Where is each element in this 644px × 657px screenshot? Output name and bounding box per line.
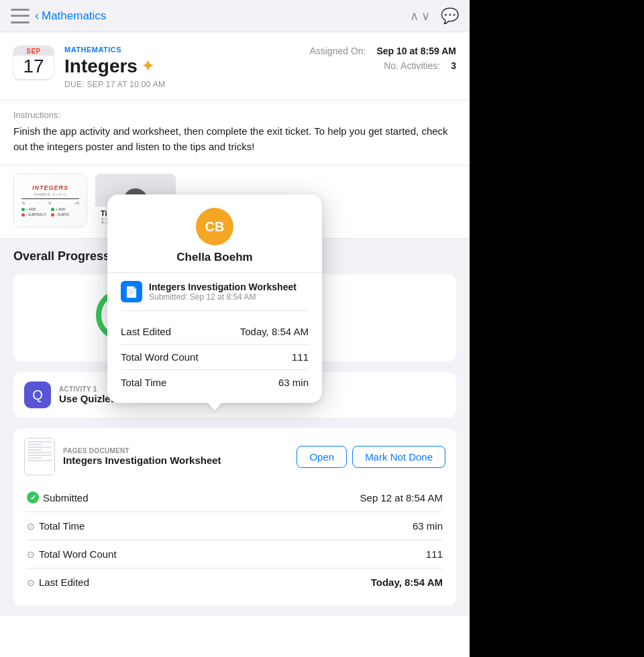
sparkle-icon: ✦ — [142, 58, 154, 75]
submission-details: ✓ Submitted Sep 12 at 8:54 AM ⊙ Total Ti… — [24, 483, 445, 596]
back-button[interactable]: ‹ Mathematics — [35, 9, 106, 23]
total-word-count-label: ⊙ Total Word Count — [27, 548, 117, 560]
popover-word-count-row: Total Word Count 111 — [121, 345, 309, 370]
assignment-title: Integers ✦ — [64, 56, 165, 77]
total-time-row: ⊙ Total Time 63 min — [27, 512, 443, 540]
popover-header: CB Chella Boehm — [107, 194, 322, 273]
last-edited-value: Today, 8:54 AM — [371, 577, 443, 588]
clock-icon: ⊙ — [27, 521, 35, 532]
popover-last-edited-label: Last Edited — [121, 326, 171, 337]
popover-word-count-label: Total Word Count — [121, 351, 199, 363]
doc-actions: Open Mark Not Done — [297, 446, 445, 468]
last-edited-label: ⊙ Last Edited — [27, 577, 89, 588]
open-button[interactable]: Open — [297, 446, 347, 468]
doc-type-tag: PAGES DOCUMENT — [63, 447, 288, 455]
nav-arrows: ∧ ∨ — [410, 9, 430, 23]
student-name: Chella Boehm — [176, 251, 252, 264]
doc-header: PAGES DOCUMENT Integers Investigation Wo… — [24, 438, 445, 475]
popover-doc-submitted: Submitted: Sep 12 at 8:54 AM — [149, 292, 297, 302]
mark-not-done-button[interactable]: Mark Not Done — [352, 446, 445, 468]
number-line — [21, 198, 79, 199]
doc-card: PAGES DOCUMENT Integers Investigation Wo… — [13, 428, 456, 605]
activity-icon: Q — [24, 381, 51, 408]
submitted-row: ✓ Submitted Sep 12 at 8:54 AM — [27, 483, 443, 512]
popover-word-count-value: 111 — [292, 351, 309, 363]
subject-tag: MATHEMATICS — [64, 46, 165, 54]
assigned-on-value: Sep 10 at 8:59 AM — [376, 46, 456, 56]
popover-total-time-value: 63 min — [278, 377, 309, 388]
last-edited-icon: ⊙ — [27, 577, 35, 588]
popover-doc-info: Integers Investigation Worksheet Submitt… — [149, 282, 297, 302]
word-count-icon: ⊙ — [27, 549, 35, 560]
submitted-check-icon: ✓ — [27, 491, 39, 503]
arrow-down-button[interactable]: ∨ — [421, 9, 430, 23]
comment-button[interactable]: 💬 — [441, 7, 459, 25]
assigned-on-label: Assigned On: — [309, 46, 366, 56]
total-word-count-value: 111 — [426, 548, 443, 560]
sidebar-toggle-button[interactable] — [11, 9, 30, 23]
back-label: Mathematics — [42, 9, 106, 23]
top-bar-right: ∧ ∨ 💬 — [410, 7, 459, 25]
popover-doc-name: Integers Investigation Worksheet — [149, 282, 297, 292]
instructions-label: Instructions: — [13, 110, 456, 120]
popover-total-time-row: Total Time 63 min — [121, 370, 309, 395]
integers-poster-thumb[interactable]: INTEGERS EXAMPLE: -3 + 4 = 1 -50+5 + ADD — [13, 174, 87, 227]
cal-month: SEP — [13, 46, 54, 56]
no-activities-label: No. Activities: — [384, 60, 440, 71]
no-activities-value: 3 — [451, 60, 456, 71]
assignment-left: SEP 17 MATHEMATICS Integers ✦ DUE: SEP 1… — [13, 46, 165, 89]
calendar-badge: SEP 17 — [13, 46, 54, 79]
student-detail-popover[interactable]: CB Chella Boehm 📄 Integers Investigation… — [107, 194, 322, 403]
submitted-date: Sep 12 at 8:54 AM — [360, 492, 443, 503]
doc-section: PAGES DOCUMENT Integers Investigation Wo… — [0, 428, 470, 616]
instructions-section: Instructions: Finish the app activity an… — [0, 101, 470, 166]
cal-day: 17 — [13, 56, 54, 79]
total-time-value: 63 min — [413, 520, 443, 532]
popover-last-edited-value: Today, 8:54 AM — [240, 326, 309, 337]
submitted-label: ✓ Submitted — [27, 491, 89, 503]
popover-doc-row: 📄 Integers Investigation Worksheet Submi… — [121, 281, 309, 311]
last-edited-row: ⊙ Last Edited Today, 8:54 AM — [27, 569, 443, 596]
meta-activities-row: No. Activities: 3 — [309, 60, 456, 71]
assignment-meta: Assigned On: Sep 10 at 8:59 AM No. Activ… — [309, 46, 456, 75]
top-bar-left: ‹ Mathematics — [11, 9, 410, 23]
student-avatar: CB — [196, 208, 233, 245]
instructions-text: Finish the app activity and worksheet, t… — [13, 124, 456, 154]
popover-doc-icon: 📄 — [121, 281, 142, 302]
top-bar: ‹ Mathematics ∧ ∨ 💬 — [0, 0, 470, 32]
doc-name: Integers Investigation Worksheet — [63, 455, 288, 466]
meta-assigned-row: Assigned On: Sep 10 at 8:59 AM — [309, 46, 456, 56]
popover-total-time-label: Total Time — [121, 377, 166, 388]
popover-last-edited-row: Last Edited Today, 8:54 AM — [121, 319, 309, 345]
arrow-up-button[interactable]: ∧ — [410, 9, 419, 23]
due-date: DUE: SEP 17 AT 10:00 AM — [64, 80, 165, 89]
popover-arrow — [208, 403, 221, 411]
main-panel: ‹ Mathematics ∧ ∨ 💬 SEP 17 MATHEMATICS — [0, 0, 470, 657]
total-time-label: ⊙ Total Time — [27, 520, 85, 532]
chevron-left-icon: ‹ — [35, 9, 39, 23]
assignment-info: MATHEMATICS Integers ✦ DUE: SEP 17 AT 10… — [64, 46, 165, 89]
integers-poster-image: INTEGERS EXAMPLE: -3 + 4 = 1 -50+5 + ADD — [14, 174, 87, 227]
doc-thumbnail — [24, 438, 55, 475]
doc-info: PAGES DOCUMENT Integers Investigation Wo… — [63, 447, 288, 466]
popover-body: 📄 Integers Investigation Worksheet Submi… — [107, 273, 322, 403]
total-word-count-row: ⊙ Total Word Count 111 — [27, 540, 443, 569]
assignment-header: SEP 17 MATHEMATICS Integers ✦ DUE: SEP 1… — [0, 32, 470, 101]
